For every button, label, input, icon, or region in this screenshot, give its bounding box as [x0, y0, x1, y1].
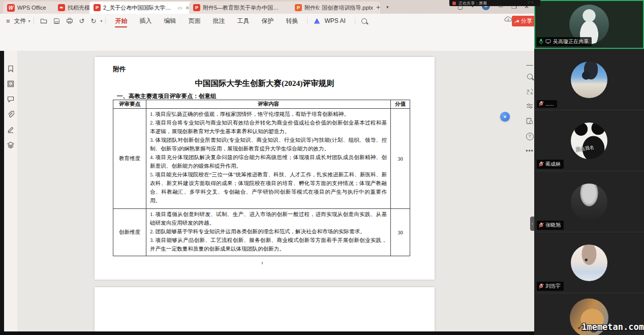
participant-tile[interactable]: 莫点我名 蒋成林	[534, 110, 644, 171]
screen-left-edge	[0, 51, 4, 331]
criterion: 5. 项目能充分体现院校在“三位一体”统筹推进教育、科技、人才工作，扎实推进新工…	[150, 170, 387, 205]
doc-search-icon[interactable]	[525, 74, 534, 81]
tab-label: 附件5—教育部关于举办中国国际大学	[203, 4, 284, 12]
thumbnail-icon[interactable]	[7, 80, 14, 89]
bookmark-icon[interactable]	[7, 65, 14, 75]
translate-icon[interactable]: 文A	[525, 88, 534, 97]
document-page-2: 评审要点 评审内容 分值 1. 团队的组成原则与过程是否科学合理；团队是否具有支…	[95, 287, 435, 331]
file-menu-chevron-icon: ▾	[28, 19, 30, 23]
new-tab-button[interactable]: +	[376, 3, 380, 11]
menu-tab-convert[interactable]: 转换	[280, 14, 304, 28]
comment-icon[interactable]	[7, 96, 14, 105]
more-options-icon[interactable]: •••	[525, 147, 534, 155]
wps-logo-icon: W	[7, 4, 15, 12]
file-menu[interactable]: 文件	[13, 14, 27, 28]
search-icon[interactable]	[358, 18, 370, 24]
mic-muted-icon	[539, 101, 543, 107]
menu-tab-home[interactable]: 开始	[109, 14, 133, 28]
tab-wps-home[interactable]: W WPS Office	[3, 2, 60, 14]
review-table-1: 评审要点 评审内容 分值 教育维度 1. 项目应弘扬正确的价值观，厚植家国情怀，…	[113, 100, 410, 256]
tab-attachment6[interactable]: P 附件6: 国创赛培训指导.pptx	[291, 2, 380, 14]
table-row-innovation: 创新维度 1. 项目遵循从创意到研发、试制、生产、进入市场的创新一般过程，进而实…	[113, 208, 410, 256]
watermark: ✓1memetan.com	[577, 322, 644, 332]
print-icon[interactable]	[63, 17, 76, 24]
pdf-file-icon: P	[94, 4, 101, 11]
tab-float-icon[interactable]: ▭	[177, 5, 182, 11]
ppt-file-icon: P	[295, 4, 302, 11]
wps-ai-float-button[interactable]: ✦	[500, 112, 510, 121]
page-preview-icon[interactable]	[525, 117, 534, 126]
participant-tile[interactable]: 张晓旭	[534, 171, 644, 232]
content-cell: 1. 项目遵循从创意到研发、试制、生产、进入市场的创新一般过程，进而实现从创意向…	[146, 209, 391, 256]
criterion: 4. 项目充分体现团队解决复杂问题的综合能力和高级思维；体现项目成长对团队成员创…	[150, 153, 387, 170]
criterion: 2. 项目符合将专业知识与商业知识有效结合并转化为商业价值或社会价值的创新创业基…	[150, 118, 387, 136]
dimension-cell: 创新维度	[113, 209, 146, 256]
redo-icon[interactable]: ↻	[88, 17, 100, 25]
tab-attachment5[interactable]: P 附件5—教育部关于举办中国国际大学	[189, 2, 297, 14]
participant-name: 张晓旭	[545, 222, 561, 229]
score-cell: 30	[391, 109, 410, 208]
tab-active-document[interactable]: P 2_关于公布中国国际大学生创 ▭ ✕	[89, 2, 195, 14]
share-button[interactable]: 分享	[512, 16, 534, 26]
panel-expand-handle[interactable]: ›	[530, 217, 534, 231]
menu-tab-wps-ai[interactable]: WPS AI	[323, 14, 351, 28]
header-cell: 评审要点	[113, 100, 146, 108]
criterion: 1. 项目遵循从创意到研发、试制、生产、进入市场的创新一般过程，进而实现从创意向…	[150, 210, 387, 227]
participant-tile[interactable]: 刘浩宇	[534, 232, 644, 293]
menu-tab-tools[interactable]: 工具	[231, 14, 255, 28]
collapse-chevrons-icon[interactable]: ▼▼	[527, 0, 534, 5]
participant-name-pill: 蒋成林	[537, 160, 564, 169]
hamburger-icon[interactable]: ≡	[3, 17, 13, 25]
doc-title: 中国国际大学生创新大赛(2024)评审规则	[95, 78, 435, 89]
help-icon[interactable]: ?	[525, 132, 534, 140]
wps-window: W WPS Office ❧ 找稻壳模板 P 2_关于公布中国国际大学生创 ▭ …	[0, 0, 534, 335]
mic-muted-icon	[539, 284, 543, 289]
pen-annotation-icon[interactable]	[7, 126, 14, 135]
wps-ai-icon	[311, 18, 323, 24]
tab-list-chevron-icon[interactable]: ▾	[386, 5, 389, 10]
participant-avatar	[571, 62, 607, 98]
participant-name: ......	[545, 101, 554, 107]
table-header-row: 评审要点 评审内容 分值	[113, 100, 410, 108]
menu-tab-edit[interactable]: 编辑	[158, 14, 182, 28]
mic-muted-icon	[539, 223, 543, 228]
participant-tile-sharing[interactable]: 吴高璇正在共享	[534, 0, 644, 49]
menu-tab-comment[interactable]: 批注	[206, 14, 231, 28]
participant-name: 吴高璇正在共享	[553, 38, 589, 45]
participant-name-pill: 吴高璇正在共享	[537, 37, 592, 46]
table-row-education: 教育维度 1. 项目应弘扬正确的价值观，厚植家国情怀，恪守伦理规范，有助于培育创…	[113, 108, 410, 208]
header-cell: 分值	[391, 100, 410, 108]
left-tool-strip	[4, 51, 17, 331]
criterion: 2. 团队能够基于学科专业知识并运用各类创新的理念和范式，解决社会和市场的实际需…	[150, 227, 387, 236]
menu-tab-page[interactable]: 页面	[182, 14, 206, 28]
divider	[34, 17, 34, 24]
criterion: 1. 项目应弘扬正确的价值观，厚植家国情怀，恪守伦理规范，有助于培育创新精神。	[150, 110, 387, 118]
quick-access-chevron-icon[interactable]: ▾	[100, 19, 102, 23]
pdf-file-icon: P	[193, 4, 200, 11]
undo-icon[interactable]: ↺	[76, 17, 88, 25]
participant-tile[interactable]: ......	[534, 49, 644, 110]
content-cell: 1. 项目应弘扬正确的价值观，厚植家国情怀，恪守伦理规范，有助于培育创新精神。 …	[146, 109, 391, 208]
participant-name-pill: ......	[537, 100, 557, 108]
toolbar: 手型 选择 PDF转换▾ 输出为图片 拆分合并▾ 播放	[0, 28, 534, 51]
menu-tab-insert[interactable]: 插入	[133, 14, 158, 28]
bottom-taskbar-strip	[0, 331, 534, 335]
header-cell: 评审内容	[146, 100, 391, 108]
text-cursor-artifact	[262, 262, 263, 264]
tab-label: 附件6: 国创赛培训指导.pptx	[304, 4, 373, 12]
menu-tab-protect[interactable]: 保护	[255, 14, 280, 28]
collapse-strip-icon[interactable]: —	[525, 61, 534, 69]
participant-name-pill: 刘浩宇	[537, 282, 564, 291]
divider	[105, 17, 106, 24]
sharing-banner-text: 正在共享：屏幕	[458, 1, 487, 6]
mic-on-icon	[539, 39, 543, 45]
open-folder-icon[interactable]	[37, 17, 50, 24]
layers-icon[interactable]	[7, 141, 14, 150]
participant-avatar	[571, 184, 607, 220]
dimension-cell: 教育维度	[113, 109, 146, 208]
attachment-icon[interactable]	[7, 111, 14, 120]
settings-sliders-icon[interactable]	[525, 103, 534, 111]
save-icon[interactable]	[50, 18, 63, 24]
criterion: 3. 项目能够从产品创新、工艺流程创新、服务创新、商业模式创新等方面着手开展创新…	[150, 236, 387, 253]
divider	[355, 17, 355, 24]
